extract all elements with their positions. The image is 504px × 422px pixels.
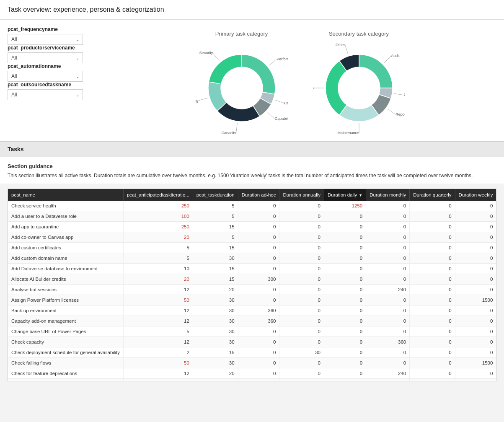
filter-select-pcat_automationname[interactable]: All⌄ [8,71,83,82]
table-cell: 0 [279,379,324,382]
table-cell: 0 [279,368,324,379]
col-header-6[interactable]: Duration monthly [366,189,410,201]
svg-line-8 [198,98,208,101]
filter-select-pcat_frequencyname[interactable]: All⌄ [8,34,83,45]
table-cell: 12 [123,337,193,347]
table-cell: 20 [123,274,193,285]
table-cell: 0 [279,274,324,285]
table-cell: 0 [410,201,455,211]
table-cell: 1250 [324,201,366,211]
table-row: Check service health250500125000021 [8,201,496,211]
table-cell: 0 [410,274,455,285]
table-cell: 0 [324,305,366,316]
sort-arrow-icon: ▼ [359,193,362,197]
table-cell: 20 [123,232,193,243]
table-cell: 20 [193,285,238,295]
svg-line-22 [345,45,348,54]
table-cell: 12 [123,305,193,316]
table-cell: 0 [455,274,496,285]
table-cell: 0 [238,285,279,295]
table-cell: 0 [366,211,410,222]
table-cell: 5 [193,232,238,243]
filters-panel: pcat_frequencynameAll⌄pcat_productorserv… [8,26,96,134]
table-cell: 30 [279,347,324,358]
col-header-5[interactable]: Duration daily▼ [324,189,366,201]
table-cell: 5 [193,211,238,222]
table-cell: 0 [455,201,496,211]
table-cell: 0 [238,347,279,358]
table-cell: 240 [366,285,410,295]
table-cell: 0 [238,358,279,368]
table-cell: 0 [410,211,455,222]
top-section: pcat_frequencynameAll⌄pcat_productorserv… [0,20,504,141]
table-cell: 0 [366,316,410,326]
table-cell: 1500 [455,295,496,305]
table-cell: 0 [238,295,279,305]
table-cell: 30 [193,326,238,337]
table-cell: 0 [366,243,410,253]
table-cell: 0 [455,316,496,326]
table-cell: 0 [324,316,366,326]
guidance-text: This section illustrates all active task… [8,172,496,179]
svg-text:Consistency: Consistency [284,101,287,105]
table-cell: 0 [279,253,324,264]
col-header-1[interactable]: pcat_anticipatedtaskiteratio... [123,189,193,201]
table-cell: 0 [410,222,455,232]
table-cell: 0 [238,211,279,222]
col-header-3[interactable]: Duration ad-hoc [238,189,279,201]
table-cell: 0 [366,326,410,337]
table-cell: 0 [455,211,496,222]
svg-text:Security: Security [199,51,213,55]
table-cell: Check service health [8,201,123,211]
table-cell: Add Dataverse database to environment [8,264,123,274]
svg-text:Capacity: Capacity [221,131,236,134]
table-cell: 30 [193,358,238,368]
table-cell: 0 [279,201,324,211]
table-row: Back up environment1230360000006 [8,305,496,316]
table-cell: 0 [410,358,455,368]
filter-select-pcat_productorservicename[interactable]: All⌄ [8,52,83,63]
table-cell: 0 [366,222,410,232]
table-cell: 12 [123,285,193,295]
table-cell: 0 [455,368,496,379]
table-row: Add custom certificates5150000000 [8,243,496,253]
filter-value-pcat_productorservicename: All [11,55,17,61]
table-row: Check capacity1230000360006 [8,337,496,347]
table-row: Add Dataverse database to environment101… [8,264,496,274]
table-cell: 0 [410,347,455,358]
table-cell: 0 [324,211,366,222]
table-cell: 0 [455,347,496,358]
filter-label-pcat_automationname: pcat_automationname [8,63,96,69]
table-wrapper[interactable]: pcat_namepcat_anticipatedtaskiteratio...… [8,189,496,381]
charts-area: Primary task category PerformanceConsist… [104,26,496,134]
secondary-donut-wrapper: AuditGovernanceReportingMaintenanceMoves… [313,42,405,134]
table-cell: 0 [324,368,366,379]
table-cell: 15 [193,274,238,285]
table-cell: 15 [193,243,238,253]
filter-label-pcat_outsourcedtaskname: pcat_outsourcedtaskname [8,82,96,88]
table-cell: Add custom certificates [8,243,123,253]
table-cell: Add app to quarantine [8,222,123,232]
table-cell: 10 [123,264,193,274]
table-cell: 30 [193,305,238,316]
table-cell: 0 [279,326,324,337]
table-cell: 0 [410,285,455,295]
table-cell: 0 [366,295,410,305]
filter-group-pcat_productorservicename: pcat_productorservicenameAll⌄ [8,45,96,63]
table-cell: 0 [238,326,279,337]
col-header-8[interactable]: Duration weekly [455,189,496,201]
table-cell: Assign Power Platform licenses [8,295,123,305]
col-header-2[interactable]: pcat_taskduration [193,189,238,201]
table-cell: 0 [324,285,366,295]
svg-line-2 [275,100,284,103]
table-cell: 360 [366,337,410,347]
col-header-7[interactable]: Duration quarterly [410,189,455,201]
table-cell: 0 [324,295,366,305]
table-cell: 12 [123,316,193,326]
col-header-0[interactable]: pcat_name [8,189,123,201]
table-cell: 5 [193,201,238,211]
col-header-4[interactable]: Duration annually [279,189,324,201]
tasks-section-header: Tasks [0,141,504,157]
filter-select-pcat_outsourcedtaskname[interactable]: All⌄ [8,89,83,100]
table-cell: Add co-owner to Canvas app [8,232,123,243]
